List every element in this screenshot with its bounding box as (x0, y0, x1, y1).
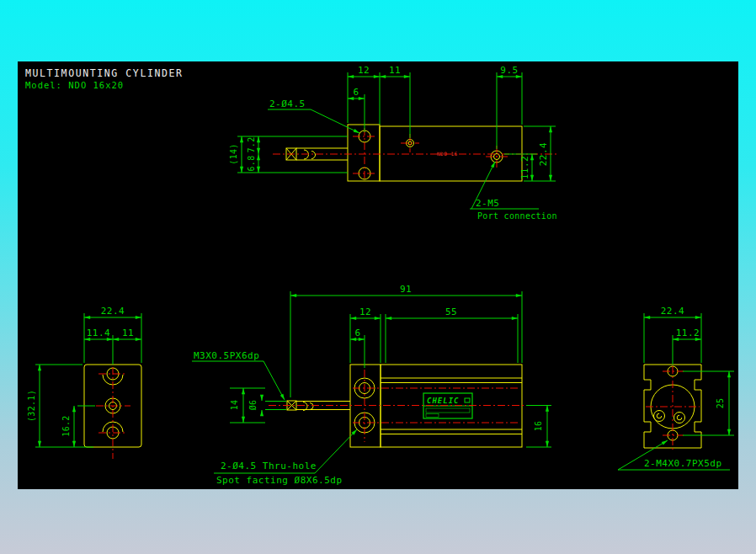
dim-25: 25 (716, 398, 725, 409)
right-cushion-right (674, 413, 685, 423)
top-view-dimensions: 12 11 9.5 6 (14) 7.2 6.8 11.2 22.4 (229, 65, 556, 181)
body-marking: NDO 16 (437, 151, 458, 157)
dim-22-4: 22.4 (101, 306, 125, 317)
dim-11-2: 11.2 (519, 156, 530, 180)
dim-11-2: 11.2 (676, 328, 700, 338)
dim-16-2: 16.2 (61, 415, 71, 436)
dim-6: 6 (353, 87, 359, 98)
brand-text: CHELIC (427, 397, 460, 405)
dim-11: 11 (389, 65, 401, 76)
dim-22-4: 22.4 (538, 142, 549, 167)
dim-6-8: 6.8 (247, 156, 256, 172)
thru-hole-callout: 2-Ø4.5 Thru-hole Spot facting Ø8X6.5dp (214, 429, 357, 486)
dim-14-ref: (14) (229, 143, 238, 164)
thread-callout: 2-M4X0.7PX5dp (618, 440, 730, 470)
dim-7-2: 7.2 (247, 137, 256, 153)
label-rod-thread: M3X0.5PX6dp (194, 350, 259, 361)
rod-thread-callout: M3X0.5PX6dp (192, 350, 285, 400)
dim-22-4: 22.4 (661, 306, 685, 317)
cad-drawing: MULTIMOUNTING CYLINDER Model: NDO 16x20 … (18, 61, 738, 489)
label-thru-hole: 2-Ø4.5 Thru-hole (221, 461, 317, 471)
dim-dia6: Ø6 (248, 400, 258, 411)
dim-16: 16 (534, 421, 543, 432)
dim-91: 91 (400, 284, 412, 295)
drawing-title: MULTIMOUNTING CYLINDER (25, 67, 184, 79)
right-cushion-left (654, 411, 665, 422)
dim-14: 14 (230, 400, 239, 411)
label-2-dia4-5: 2-Ø4.5 (269, 99, 306, 109)
dim-11: 11 (122, 328, 134, 338)
dim-9-5: 9.5 (500, 65, 518, 76)
dim-55: 55 (445, 306, 457, 317)
dim-12: 12 (358, 65, 370, 76)
label-m4-thread: 2-M4X0.7PX5dp (644, 458, 722, 469)
dim-32-1-ref: (32.1) (27, 390, 36, 422)
right-end-view: 22.4 11.2 25 2-M4X0.7PX5dp (618, 306, 734, 470)
right-view-dimensions: 22.4 11.2 25 (644, 306, 734, 435)
label-port-connection: Port connection (477, 211, 557, 221)
port-callout: 2-M5 Port connection (470, 162, 557, 221)
dim-11-4: 11.4 (87, 328, 111, 338)
drawing-model: Model: NDO 16x20 (25, 80, 124, 90)
drawing-canvas: MULTIMOUNTING CYLINDER Model: NDO 16x20 … (18, 61, 738, 489)
mounting-plate-outline (348, 125, 380, 181)
dim-12: 12 (359, 306, 371, 317)
front-view: CHELIC 91 12 55 6 (192, 284, 551, 486)
top-view: NDO 16 12 11 9.5 6 (14) 7.2 6.8 (229, 65, 557, 221)
label-2-m5: 2-M5 (476, 198, 500, 209)
cad-viewer: { "window": { "title": "MULTIMOUNTING CY… (0, 0, 756, 554)
dim-6: 6 (354, 328, 360, 338)
label-spot-facing: Spot facting Ø8X6.5dp (216, 475, 343, 486)
hole-callout: 2-Ø4.5 (268, 99, 359, 133)
left-end-view: 22.4 11.4 11 (32.1) 16.2 (27, 306, 141, 459)
